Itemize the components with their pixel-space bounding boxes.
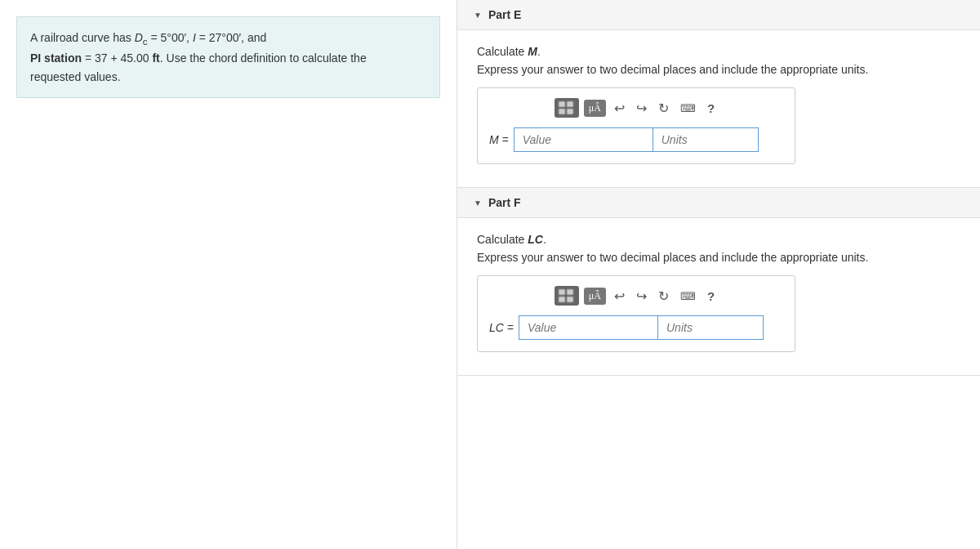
left-panel: A railroad curve has Dc = 5°00′, I = 27°… (0, 0, 457, 549)
part-e-body: Calculate M. Express your answer to two … (457, 30, 980, 187)
part-f-refresh-button[interactable]: ↻ (655, 287, 672, 306)
part-e-help-button[interactable]: ? (704, 100, 718, 117)
part-e-section: ▼ Part E Calculate M. Express your answe… (457, 0, 980, 188)
svg-rect-3 (567, 109, 573, 114)
part-e-undo-button[interactable]: ↩ (611, 99, 628, 118)
part-f-instruction: Express your answer to two decimal place… (477, 251, 960, 264)
part-f-label: Part F (488, 196, 521, 209)
part-f-calculate-text: Calculate (477, 233, 528, 246)
part-f-calculate-var: LC (528, 233, 543, 246)
part-e-refresh-button[interactable]: ↻ (655, 99, 672, 118)
part-e-calculate-line: Calculate M. (477, 45, 960, 58)
part-f-body: Calculate LC. Express your answer to two… (457, 218, 980, 375)
part-e-matrix-button[interactable] (555, 98, 579, 118)
svg-rect-2 (559, 109, 565, 114)
matrix-icon-f (558, 288, 576, 303)
part-f-answer-container: μÂ ↩ ↪ ↻ ⌨ ? LC = (477, 275, 795, 352)
part-f-toolbar: μÂ ↩ ↪ ↻ ⌨ ? (489, 286, 783, 306)
part-f-calculate-line: Calculate LC. (477, 233, 960, 246)
part-e-chevron-icon: ▼ (474, 11, 482, 20)
part-f-undo-button[interactable]: ↩ (611, 287, 628, 306)
svg-rect-6 (559, 297, 565, 302)
svg-rect-5 (567, 289, 573, 295)
svg-rect-4 (559, 289, 565, 295)
part-f-matrix-button[interactable] (555, 286, 579, 306)
svg-rect-0 (559, 101, 565, 107)
part-f-redo-button[interactable]: ↪ (633, 287, 650, 306)
matrix-icon (558, 100, 576, 115)
problem-text-3: requested values. (30, 70, 121, 83)
part-e-units-input[interactable] (653, 127, 759, 152)
part-e-redo-button[interactable]: ↪ (633, 99, 650, 118)
part-f-section: ▼ Part F Calculate LC. Express your answ… (457, 188, 980, 376)
part-e-mu-button[interactable]: μÂ (584, 100, 606, 117)
part-e-header[interactable]: ▼ Part E (457, 0, 980, 30)
part-e-input-row: M = (489, 127, 783, 152)
right-panel: ▼ Part E Calculate M. Express your answe… (457, 0, 980, 549)
part-f-header[interactable]: ▼ Part F (457, 188, 980, 218)
part-e-answer-container: μÂ ↩ ↪ ↻ ⌨ ? M = (477, 87, 795, 164)
part-e-value-input[interactable] (514, 127, 653, 152)
part-f-variable-label: LC = (489, 321, 514, 334)
problem-text-1: A railroad curve has Dc = 5°00′, I = 27°… (30, 31, 266, 44)
part-f-units-input[interactable] (657, 315, 764, 340)
part-f-chevron-icon: ▼ (474, 199, 482, 208)
part-e-variable-label: M = (489, 133, 509, 146)
part-e-calculate-var: M (528, 45, 537, 58)
svg-rect-1 (567, 101, 573, 107)
part-e-keyboard-button[interactable]: ⌨ (677, 100, 699, 116)
part-f-mu-button[interactable]: μÂ (584, 288, 606, 305)
part-f-input-row: LC = (489, 315, 783, 340)
part-e-calculate-text: Calculate (477, 45, 528, 58)
part-f-help-button[interactable]: ? (704, 288, 718, 305)
part-e-toolbar: μÂ ↩ ↪ ↻ ⌨ ? (489, 98, 783, 118)
part-e-label: Part E (488, 8, 521, 21)
problem-statement: A railroad curve has Dc = 5°00′, I = 27°… (16, 16, 440, 98)
part-f-value-input[interactable] (519, 315, 657, 340)
problem-text-2: PI station = 37 + 45.00 ft. Use the chor… (30, 51, 367, 65)
part-f-keyboard-button[interactable]: ⌨ (677, 288, 699, 304)
part-e-instruction: Express your answer to two decimal place… (477, 63, 960, 76)
svg-rect-7 (567, 297, 573, 302)
